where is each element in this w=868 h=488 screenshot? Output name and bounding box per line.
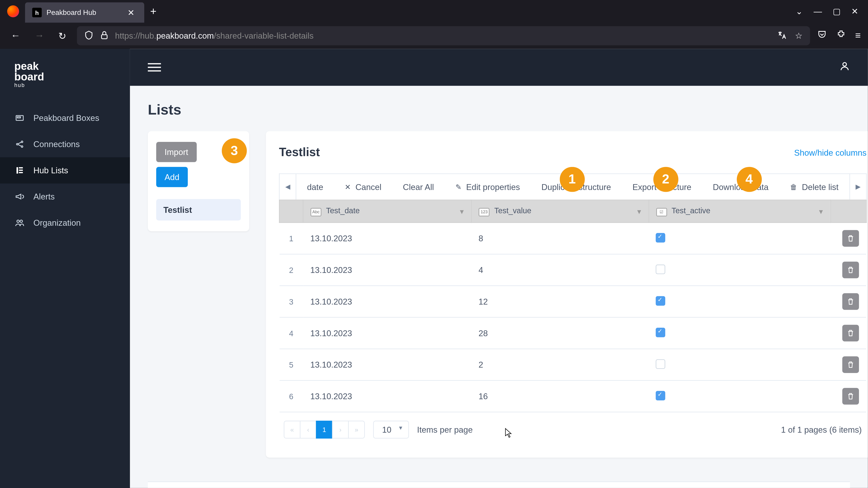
tabs-dropdown-icon[interactable]: ⌄: [796, 6, 803, 16]
checkbox[interactable]: [656, 391, 665, 400]
table-row[interactable]: 6 13.10.2023 16: [279, 381, 866, 412]
delete-row-button[interactable]: [842, 293, 859, 310]
toolbar-clear-all-button[interactable]: Clear All: [392, 182, 445, 192]
toolbar-scroll-right-icon[interactable]: ▶: [849, 174, 866, 199]
toolbar-delete-list-button[interactable]: 🗑Delete list: [779, 182, 849, 192]
cell-date: 13.10.2023: [303, 317, 471, 349]
filter-icon[interactable]: ▼: [459, 207, 465, 215]
window-minimize-icon[interactable]: —: [814, 6, 822, 16]
cell-active: [649, 223, 830, 254]
cell-active: [649, 286, 830, 317]
table-row[interactable]: 3 13.10.2023 12: [279, 286, 866, 317]
column-header-test-value[interactable]: 123Test_value▼: [471, 200, 649, 223]
pagination-last-button[interactable]: »: [348, 421, 365, 438]
svg-point-6: [17, 220, 20, 223]
cell-active: [649, 254, 830, 286]
bookmark-star-icon[interactable]: ☆: [795, 31, 803, 40]
sidebar-item-organization[interactable]: Organization: [0, 210, 130, 236]
pagination-info: 1 of 1 pages (6 items): [781, 425, 862, 434]
delete-row-button[interactable]: [842, 262, 859, 278]
delete-row-button[interactable]: [842, 230, 859, 247]
nav-forward-icon[interactable]: →: [31, 28, 48, 43]
checkbox[interactable]: [656, 264, 665, 274]
browser-nav-bar: ← → ↻ https://hub.peakboard.com/shared-v…: [0, 23, 868, 49]
add-button[interactable]: Add: [156, 167, 188, 187]
list-item-testlist[interactable]: Testlist: [156, 199, 241, 221]
logo: peak board hub: [0, 49, 130, 105]
detail-title: Testlist: [279, 145, 320, 159]
pagination-page-1-button[interactable]: 1: [316, 421, 333, 438]
svg-point-5: [21, 146, 23, 147]
close-icon: ✕: [345, 183, 350, 191]
cell-date: 13.10.2023: [303, 381, 471, 412]
footer: © Copyright Peakboard all rights reserve…: [148, 482, 850, 488]
lock-icon[interactable]: [99, 30, 109, 41]
cell-active: [649, 317, 830, 349]
megaphone-icon: [14, 191, 25, 202]
show-hide-columns-link[interactable]: Show/hide columns: [794, 148, 866, 157]
pagination-next-button[interactable]: ›: [332, 421, 349, 438]
cell-value: 28: [471, 317, 649, 349]
pocket-icon[interactable]: [817, 30, 827, 42]
pagination-prev-button[interactable]: ‹: [300, 421, 316, 438]
delete-row-button[interactable]: [842, 388, 859, 404]
row-number: 2: [279, 254, 303, 286]
pagination-first-button[interactable]: «: [284, 421, 301, 438]
cell-value: 4: [471, 254, 649, 286]
items-per-page-select[interactable]: 10: [373, 421, 409, 438]
url-text: https://hub.peakboard.com/shared-variabl…: [115, 31, 771, 40]
import-button[interactable]: Import: [156, 142, 196, 162]
sidebar-item-label: Peakboard Boxes: [33, 113, 99, 123]
delete-row-button[interactable]: [842, 325, 859, 341]
filter-icon[interactable]: ▼: [636, 207, 643, 215]
window-close-icon[interactable]: ✕: [851, 6, 859, 16]
trash-icon: 🗑: [790, 183, 797, 191]
data-table: AbcTest_date▼ 123Test_value▼ ☑Test_activ…: [279, 199, 866, 412]
table-row[interactable]: 1 13.10.2023 8: [279, 223, 866, 254]
table-row[interactable]: 4 13.10.2023 28: [279, 317, 866, 349]
sidebar-item-label: Hub Lists: [33, 166, 68, 175]
people-icon: [14, 218, 25, 228]
checkbox[interactable]: [656, 233, 665, 242]
delete-row-button[interactable]: [842, 356, 859, 373]
translate-icon[interactable]: [777, 30, 786, 41]
checkbox[interactable]: [656, 359, 665, 368]
cell-value: 8: [471, 223, 649, 254]
pagination: « ‹ 1 › » 10 Items per page 1 of 1 pages…: [279, 412, 866, 443]
window-restore-icon[interactable]: ▢: [833, 6, 840, 16]
browser-tab[interactable]: h Peakboard Hub ✕: [25, 2, 144, 23]
checkbox[interactable]: [656, 327, 665, 337]
url-bar[interactable]: https://hub.peakboard.com/shared-variabl…: [77, 26, 810, 45]
menu-icon[interactable]: ≡: [855, 30, 861, 41]
cell-value: 16: [471, 381, 649, 412]
sidebar-item-peakboard-boxes[interactable]: Peakboard Boxes: [0, 105, 130, 131]
toolbar-item-partial[interactable]: date: [296, 182, 334, 192]
user-icon[interactable]: [839, 61, 850, 74]
annotation-badge-3: 3: [222, 138, 247, 163]
extensions-icon[interactable]: [836, 30, 846, 42]
toolbar-cancel-button[interactable]: ✕Cancel: [334, 182, 392, 192]
nav-back-icon[interactable]: ←: [7, 28, 24, 43]
annotation-badge-1: 1: [559, 167, 585, 192]
sidebar-item-hub-lists[interactable]: Hub Lists: [0, 157, 130, 184]
checkbox[interactable]: [656, 296, 665, 305]
toolbar-edit-properties-button[interactable]: ✎Edit properties: [445, 182, 530, 192]
toolbar-scroll-left-icon[interactable]: ◀: [280, 174, 296, 199]
nav-reload-icon[interactable]: ↻: [55, 28, 70, 44]
box-icon: [14, 112, 25, 123]
filter-icon[interactable]: ▼: [817, 207, 824, 215]
shield-icon[interactable]: [84, 30, 94, 41]
cell-date: 13.10.2023: [303, 349, 471, 381]
list-icon: [14, 165, 25, 175]
table-row[interactable]: 5 13.10.2023 2: [279, 349, 866, 381]
column-header-test-active[interactable]: ☑Test_active▼: [649, 200, 830, 223]
column-header-test-date[interactable]: AbcTest_date▼: [303, 200, 471, 223]
cell-active: [649, 381, 830, 412]
sidebar-item-connections[interactable]: Connections: [0, 131, 130, 157]
hamburger-icon[interactable]: [148, 63, 161, 72]
new-tab-button[interactable]: +: [144, 5, 162, 18]
sidebar-item-alerts[interactable]: Alerts: [0, 184, 130, 210]
sidebar-item-label: Alerts: [33, 192, 55, 201]
tab-close-icon[interactable]: ✕: [125, 6, 137, 19]
table-row[interactable]: 2 13.10.2023 4: [279, 254, 866, 286]
